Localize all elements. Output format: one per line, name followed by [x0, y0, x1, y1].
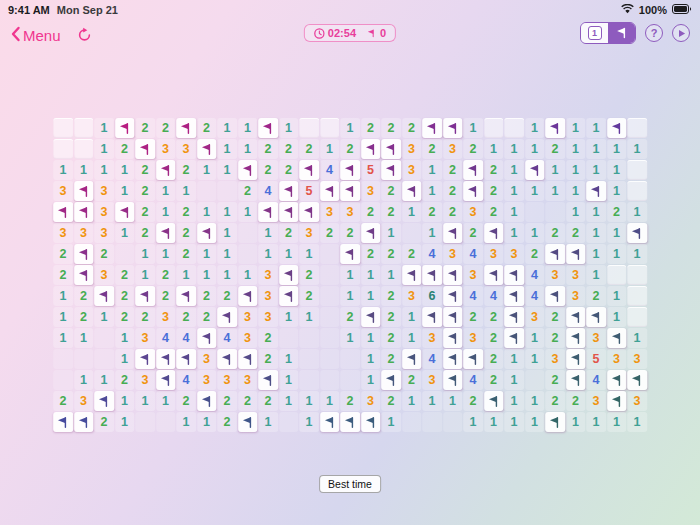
cell-number[interactable]: 1 [504, 370, 524, 390]
cell-number[interactable]: 2 [463, 139, 483, 159]
cell-flag[interactable] [238, 412, 258, 432]
cell-flag[interactable] [443, 349, 463, 369]
cell-number[interactable]: 1 [504, 391, 524, 411]
cell-number[interactable]: 2 [176, 202, 196, 222]
cell-number[interactable]: 3 [463, 202, 483, 222]
cell-number[interactable]: 1 [320, 139, 340, 159]
cell-flag[interactable] [566, 328, 586, 348]
cell-empty[interactable] [299, 328, 319, 348]
cell-number[interactable]: 1 [586, 202, 606, 222]
cell-flag[interactable] [320, 412, 340, 432]
cell-number[interactable]: 1 [607, 223, 627, 243]
cell-flag[interactable] [381, 370, 401, 390]
cell-number[interactable]: 2 [361, 118, 381, 138]
cell-number[interactable]: 4 [463, 244, 483, 264]
cell-empty[interactable] [320, 307, 340, 327]
cell-number[interactable]: 3 [525, 307, 545, 327]
cell-number[interactable]: 2 [299, 139, 319, 159]
cell-number[interactable]: 1 [525, 412, 545, 432]
cell-flag[interactable] [422, 265, 442, 285]
cell-hidden[interactable] [627, 160, 647, 180]
cell-number[interactable]: 1 [586, 223, 606, 243]
cell-number[interactable]: 1 [545, 181, 565, 201]
cell-number[interactable]: 3 [607, 349, 627, 369]
cell-number[interactable]: 1 [115, 181, 135, 201]
cell-number[interactable]: 2 [545, 328, 565, 348]
cell-number[interactable]: 1 [422, 223, 442, 243]
cell-number[interactable]: 1 [525, 391, 545, 411]
cell-number[interactable]: 3 [320, 202, 340, 222]
cell-number[interactable]: 2 [402, 244, 422, 264]
cell-number[interactable]: 1 [217, 160, 237, 180]
cell-hidden[interactable] [484, 118, 504, 138]
cell-flag[interactable] [135, 286, 155, 306]
cell-number[interactable]: 3 [361, 391, 381, 411]
cell-number[interactable]: 2 [53, 391, 73, 411]
cell-number[interactable]: 2 [299, 265, 319, 285]
cell-flag[interactable] [443, 370, 463, 390]
cell-number[interactable]: 3 [443, 139, 463, 159]
cell-number[interactable]: 2 [197, 307, 217, 327]
play-button[interactable] [672, 24, 690, 42]
cell-number[interactable]: 2 [156, 286, 176, 306]
cell-flag[interactable] [566, 244, 586, 264]
cell-flag[interactable] [484, 265, 504, 285]
cell-empty[interactable] [238, 244, 258, 264]
cell-number[interactable]: 1 [463, 118, 483, 138]
cell-flag[interactable] [422, 307, 442, 327]
cell-number[interactable]: 1 [566, 202, 586, 222]
cell-flag[interactable] [627, 223, 647, 243]
cell-number[interactable]: 2 [443, 181, 463, 201]
cell-number[interactable]: 1 [361, 370, 381, 390]
cell-number[interactable]: 2 [135, 307, 155, 327]
cell-number[interactable]: 1 [361, 265, 381, 285]
cell-flag[interactable] [156, 160, 176, 180]
cell-number[interactable]: 3 [238, 328, 258, 348]
cell-empty[interactable] [94, 349, 114, 369]
cell-number[interactable]: 2 [135, 181, 155, 201]
cell-hidden[interactable] [607, 265, 627, 285]
cell-number[interactable]: 1 [443, 391, 463, 411]
cell-hidden[interactable] [53, 118, 73, 138]
cell-number[interactable]: 2 [484, 202, 504, 222]
cell-number[interactable]: 1 [258, 412, 278, 432]
cell-number[interactable]: 1 [197, 202, 217, 222]
cell-flag[interactable] [176, 349, 196, 369]
cell-number[interactable]: 1 [566, 412, 586, 432]
cell-number[interactable]: 2 [176, 307, 196, 327]
cell-number[interactable]: 1 [627, 328, 647, 348]
cell-number[interactable]: 2 [443, 202, 463, 222]
cell-flag[interactable] [299, 202, 319, 222]
cell-flag[interactable] [463, 349, 483, 369]
cell-hidden[interactable] [320, 118, 340, 138]
cell-flag[interactable] [197, 223, 217, 243]
cell-number[interactable]: 1 [217, 202, 237, 222]
cell-number[interactable]: 2 [381, 181, 401, 201]
cell-number[interactable]: 1 [361, 286, 381, 306]
cell-number[interactable]: 2 [53, 265, 73, 285]
cell-number[interactable]: 2 [463, 391, 483, 411]
cell-number[interactable]: 2 [381, 307, 401, 327]
cell-number[interactable]: 1 [115, 328, 135, 348]
cell-flag[interactable] [607, 118, 627, 138]
cell-flag[interactable] [463, 160, 483, 180]
cell-flag[interactable] [340, 412, 360, 432]
cell-number[interactable]: 2 [197, 118, 217, 138]
cell-flag[interactable] [340, 244, 360, 264]
cell-number[interactable]: 1 [484, 139, 504, 159]
cell-number[interactable]: 1 [176, 265, 196, 285]
cell-number[interactable]: 1 [217, 139, 237, 159]
cell-flag[interactable] [443, 307, 463, 327]
cell-flag[interactable] [627, 370, 647, 390]
cell-number[interactable]: 2 [217, 286, 237, 306]
cell-number[interactable]: 1 [627, 139, 647, 159]
cell-number[interactable]: 1 [299, 391, 319, 411]
cell-number[interactable]: 2 [135, 160, 155, 180]
cell-number[interactable]: 2 [217, 412, 237, 432]
cell-flag[interactable] [504, 286, 524, 306]
cell-number[interactable]: 1 [279, 307, 299, 327]
cell-flag[interactable] [402, 181, 422, 201]
cell-number[interactable]: 1 [504, 412, 524, 432]
cell-number[interactable]: 2 [381, 286, 401, 306]
cell-flag[interactable] [361, 412, 381, 432]
